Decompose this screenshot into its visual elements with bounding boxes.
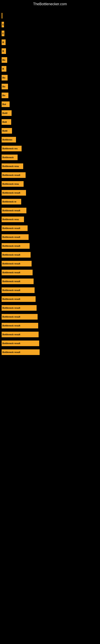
- bar-label: Bottleneck result: [2, 324, 20, 327]
- bar-row: E: [0, 20, 100, 29]
- bar-item: Bottleneck result: [1, 305, 37, 311]
- bar-item: Bottleneck: [1, 154, 18, 160]
- bar-label: B: [2, 41, 4, 44]
- bar-label: Bot: [2, 103, 6, 106]
- bar-label: Bottleneck result: [2, 174, 20, 176]
- bar-row: Bottl: [0, 126, 100, 135]
- bar-item: Bottleneck result: [1, 252, 31, 258]
- site-title: TheBottlenecker.com: [0, 0, 100, 9]
- bar-label: Bo: [2, 94, 5, 96]
- bar-item: Bottleneck resu: [1, 164, 23, 169]
- bar-row: Bottleneck resu: [0, 162, 100, 171]
- bar-row: Bottl: [0, 109, 100, 118]
- bar-label: Bottleneck result: [2, 280, 20, 282]
- bar-row: Bo: [0, 82, 100, 91]
- bar-label: Bottleneck re: [2, 200, 16, 203]
- bar-label: Bottleneck resu: [2, 218, 19, 220]
- bar-row: Bottleneck result: [0, 330, 100, 339]
- bar-label: Bott: [2, 121, 7, 123]
- bar-row: Bottleneck result: [0, 242, 100, 250]
- bar-row: [0, 11, 100, 20]
- bar-row: Bottleneck result: [0, 206, 100, 215]
- bar-row: Bottleneck result: [0, 295, 100, 304]
- bar-item: Bo: [1, 92, 8, 98]
- bar-row: Bottleneck result: [0, 259, 100, 268]
- bar-item: Bottleneck result: [1, 172, 26, 178]
- bar-item: Bottleneck result: [1, 261, 32, 266]
- bar-item: Bott: [1, 119, 11, 125]
- bar-label: Bottleneck resu: [2, 183, 19, 185]
- bar-row: Bottleneck result: [0, 348, 100, 356]
- bar-label: B: [2, 50, 4, 52]
- bar-row: Bottlenec: [0, 135, 100, 144]
- bar-item: Bottl: [1, 110, 12, 116]
- bar-row: Bo: [0, 73, 100, 82]
- bar-label: Bottl: [2, 112, 7, 114]
- bar-row: Bottleneck resu: [0, 180, 100, 188]
- bar-item: Bottl: [1, 128, 12, 134]
- bar-label: Bottleneck res: [2, 147, 18, 150]
- bar-label: E: [2, 23, 4, 26]
- bar-item: Bottleneck result: [1, 314, 38, 320]
- bar-item: Bottleneck result: [1, 278, 34, 284]
- bar-row: Bottleneck result: [0, 188, 100, 197]
- bar-item: Bo: [1, 84, 8, 89]
- bar-item: Bottleneck re: [1, 199, 21, 204]
- bar-row: Bott: [0, 118, 100, 126]
- bar-label: Bottleneck result: [2, 342, 20, 344]
- bar-label: Bottleneck result: [2, 209, 20, 212]
- bar-row: Bo: [0, 56, 100, 64]
- bar-label: Bottleneck result: [2, 245, 20, 247]
- bar-label: Bo: [2, 59, 5, 61]
- bars-container: EEBBBoBBoBoBoBotBottlBottBottlBottlenecB…: [0, 9, 100, 359]
- bar-label: Bottleneck result: [2, 236, 20, 238]
- bar-label: Bottleneck result: [2, 307, 20, 309]
- bar-row: Bottleneck result: [0, 268, 100, 277]
- bar-item: Bottleneck result: [1, 208, 26, 213]
- bar-label: Bottleneck: [2, 156, 14, 158]
- bar-row: Bottleneck resu: [0, 215, 100, 224]
- bar-item: Bottleneck resu: [1, 216, 24, 222]
- bar-label: Bottlenec: [2, 138, 12, 141]
- bar-item: B: [1, 48, 6, 54]
- bar-label: Bottleneck result: [2, 262, 20, 265]
- bar-row: Bot: [0, 100, 100, 109]
- bar-label: E: [2, 32, 4, 34]
- bar-label: Bottl: [2, 130, 7, 132]
- bar-row: B: [0, 38, 100, 47]
- bar-label: Bottleneck resu: [2, 165, 19, 168]
- bar-label: Bottleneck result: [2, 333, 20, 336]
- bar-item: Bot: [1, 102, 10, 107]
- bar-item: Bottleneck result: [1, 296, 36, 302]
- bar-label: Bottleneck result: [2, 227, 20, 230]
- bar-label: Bottleneck result: [2, 351, 20, 354]
- bar-item: Bottleneck resu: [1, 181, 24, 187]
- bar-label: Bo: [2, 85, 5, 88]
- bar-item: Bo: [1, 75, 8, 80]
- bar-row: Bottleneck result: [0, 304, 100, 312]
- bar-item: B: [1, 40, 6, 45]
- bar-item: Bottleneck result: [1, 332, 39, 337]
- bar-label: Bottleneck result: [2, 316, 20, 318]
- bar-label: Bottleneck result: [2, 254, 20, 256]
- bar-item: Bottleneck result: [1, 234, 29, 240]
- bar-row: Bottleneck result: [0, 312, 100, 321]
- bar-label: Bottleneck result: [2, 271, 20, 274]
- bar-item: Bottleneck result: [1, 288, 35, 293]
- bar-item: Bottleneck result: [1, 190, 26, 196]
- bar-item: Bottleneck result: [1, 243, 30, 249]
- bar-row: E: [0, 29, 100, 38]
- bar-label: Bottleneck result: [2, 298, 20, 300]
- bar-item: Bottleneck result: [1, 349, 40, 355]
- bar-label: B: [2, 68, 4, 70]
- bar-row: B: [0, 47, 100, 56]
- bar-label: Bottleneck result: [2, 289, 20, 292]
- bar-row: Bottleneck result: [0, 277, 100, 286]
- bar-item: Bottleneck result: [1, 270, 33, 275]
- bar-row: Bottleneck result: [0, 171, 100, 180]
- bar-row: Bottleneck: [0, 153, 100, 162]
- bar-row: Bottleneck res: [0, 144, 100, 153]
- bar-item: Bottleneck result: [1, 323, 38, 328]
- bar-row: B: [0, 64, 100, 73]
- bar-label: Bottleneck result: [2, 192, 20, 194]
